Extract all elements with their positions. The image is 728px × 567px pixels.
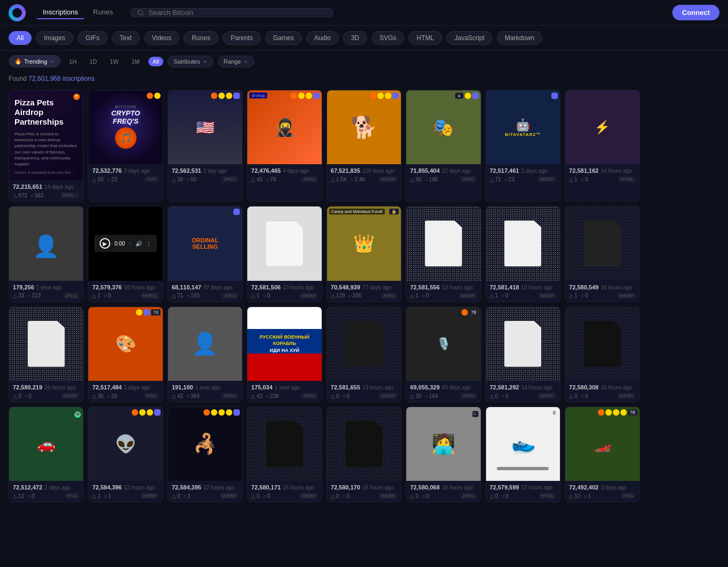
card-20[interactable]: 🎨 78 72,517,4842 days ago △ 35 ○ 28 PNG xyxy=(88,307,163,402)
card-15[interactable]: 72,581,55613 hours ago △ 1 ○ 0 WEBP xyxy=(406,206,481,302)
card-17[interactable]: 72,580,54916 hours ago △ 1 ○ 0 WEBP xyxy=(565,206,640,302)
card-time: 16 hours ago xyxy=(283,485,314,491)
card-6[interactable]: 🎭 ▲ 71,855,40422 days ago △ 90 ○ 186 JPE… xyxy=(406,90,481,202)
card-id: 72,579,599 xyxy=(490,484,519,491)
card-31[interactable]: 72,580,17116 hours ago △ 0 ○ 0 WEBP xyxy=(247,407,322,502)
card-8[interactable]: ⚡ 72,581,16214 hours ago △ 1 ○ 0 HTML xyxy=(565,90,640,202)
card-23[interactable]: 72,581,65513 hours ago △ 0 ○ 0 WEBP xyxy=(327,307,401,402)
filter-text[interactable]: Text xyxy=(112,31,140,45)
card-34[interactable]: 0 👟 72,579,59917 hours ago △ 0 ○ 0 HTML xyxy=(486,407,560,502)
card-3[interactable]: 🇺🇸 72,562,5311 day ago △ 38 ○ 56 JPEG xyxy=(168,90,242,202)
nav-tab-runes[interactable]: Runes xyxy=(87,6,120,19)
card-time: 16 hours ago xyxy=(601,385,632,390)
period-all[interactable]: All xyxy=(148,57,163,66)
card-30[interactable]: 🦂 72,584,39512 hours ago △ 0 ○ 1 WEBP xyxy=(168,407,242,502)
card-id: 72,512,472 xyxy=(13,484,42,491)
range-dropdown[interactable]: Range xyxy=(218,56,254,67)
card-4[interactable]: 🥷 @dApp 72,476,4654 days ago △ 45 ○ 76 J… xyxy=(247,90,322,202)
card-id: 72,581,506 xyxy=(251,284,280,290)
card-26[interactable]: 72,580,30816 hours ago △ 0 ○ 0 WEBP xyxy=(565,307,640,402)
card-time: 2 days ago xyxy=(124,168,150,174)
card-pizza-pets[interactable]: 🏆 Pizza Pets Airdrop Partnerships Pizza … xyxy=(9,90,84,202)
search-bar[interactable] xyxy=(130,8,333,17)
search-icon xyxy=(137,9,144,17)
search-input[interactable] xyxy=(148,9,327,17)
card-id: 72,517,484 xyxy=(92,384,122,390)
card-35[interactable]: 🏎️ 78 72,492,4023 days ago △ 10 ○ 1 PNG xyxy=(565,407,640,502)
filter-runes[interactable]: Runes xyxy=(184,31,218,45)
filter-gifs[interactable]: GIFs xyxy=(78,31,108,45)
card-10[interactable]: 👤 179,2561 year ago △ 33 ○ 223 JPEG xyxy=(9,206,84,302)
card-12[interactable]: ORDINALSELLING 68,110,14797 days ago △ 7… xyxy=(168,206,242,302)
card-time: 1 day ago xyxy=(203,168,227,174)
svg-point-0 xyxy=(138,10,143,15)
inscription-count: 72,601,968 xyxy=(28,75,60,82)
card-32[interactable]: 72,580,17016 hours ago △ 0 ○ 0 WEBP xyxy=(327,407,401,502)
card-id: 72,215,651 xyxy=(13,183,42,190)
card-time: 14 days ago xyxy=(44,184,74,190)
card-time: 13 hours ago xyxy=(521,285,552,290)
card-video[interactable]: ▶ 0:00 🔊 ⋮ 72,579,37618 hours ago △ 1 ○ … xyxy=(88,206,163,302)
card-time: 14 hours ago xyxy=(521,385,552,390)
card-id: 72,517,461 xyxy=(490,167,519,174)
card-id: 69,055,329 xyxy=(410,384,439,390)
card-id: 191,100 xyxy=(172,384,193,390)
chevron-down-icon xyxy=(243,59,248,64)
period-1m[interactable]: 1M xyxy=(127,57,144,66)
filter-all[interactable]: All xyxy=(9,31,32,45)
filter-parents[interactable]: Parents xyxy=(223,31,261,45)
card-crypto-freqs[interactable]: BITCOIN CRYPTOFREQ'S 🎵 72,532,7762 days … xyxy=(88,90,163,202)
card-time: 2 days ago xyxy=(124,385,150,390)
nav-tab-inscriptions[interactable]: Inscriptions xyxy=(36,6,85,19)
inscription-label: inscriptions xyxy=(63,75,95,82)
card-29[interactable]: 👽 72,584,39612 hours ago △ 1 ○ 1 WEBP xyxy=(88,407,163,502)
card-id: 72,492,402 xyxy=(569,484,598,491)
filter-javascript[interactable]: JavaScript xyxy=(446,31,492,45)
inscription-grid: 🏆 Pizza Pets Airdrop Partnerships Pizza … xyxy=(0,86,728,507)
connect-button[interactable]: Connect xyxy=(672,5,719,20)
trending-bar: 🔥 Trending 1H 1D 1W 1M All Satributes Ra… xyxy=(0,51,728,72)
card-13[interactable]: 72,581,50613 hours ago △ 1 ○ 0 WEBP xyxy=(247,206,322,302)
pizza-more: Here's a detailed look into the... xyxy=(14,170,78,175)
card-time: 2 days ago xyxy=(521,168,548,174)
card-24[interactable]: 🎙️ 78 69,055,32993 days ago △ 35 ○ 164 J… xyxy=(406,307,481,402)
filter-3d[interactable]: 3D xyxy=(343,31,367,45)
found-row: Found 72,601,968 inscriptions xyxy=(0,72,728,86)
period-1h[interactable]: 1H xyxy=(65,57,81,66)
card-33[interactable]: 🧑‍💻 □ 72,580,06816 hours ago △ 0 ○ 0 JPE… xyxy=(406,407,481,502)
card-5[interactable]: 🐕 67,521,835100 days ago △ 1.5K ○ 2.4K W… xyxy=(327,90,401,202)
trending-dropdown[interactable]: 🔥 Trending xyxy=(9,55,60,67)
card-time: 77 days ago xyxy=(362,285,392,290)
card-time: 2 days ago xyxy=(44,485,71,491)
card-21[interactable]: 👤 191,1001 year ago △ 42 ○ 369 JPEG xyxy=(168,307,242,402)
card-22[interactable]: РУССКИЙ ВОЕННЫЙКОРАБЛЬ ИДИ НА ХУЙ 175,03… xyxy=(247,307,322,402)
filter-audio[interactable]: Audio xyxy=(306,31,339,45)
logo-icon[interactable] xyxy=(9,4,26,21)
filter-videos[interactable]: Videos xyxy=(144,31,179,45)
filter-markdown[interactable]: Markdown xyxy=(497,31,542,45)
card-time: 18 hours ago xyxy=(124,285,155,290)
card-time: 3 days ago xyxy=(601,485,627,491)
filter-games[interactable]: Games xyxy=(265,31,302,45)
period-1w[interactable]: 1W xyxy=(105,57,123,66)
card-25[interactable]: 72,581,29214 hours ago △ 0 ○ 0 WEBP xyxy=(486,307,560,402)
filter-images[interactable]: Images xyxy=(36,31,73,45)
card-16[interactable]: 72,581,41813 hours ago △ 1 ○ 0 WEBP xyxy=(486,206,560,302)
card-14[interactable]: 👑 Casey and Mandaus Fund! 🔒 70,548,93977… xyxy=(327,206,401,302)
card-time: 14 hours ago xyxy=(601,168,632,174)
filter-html[interactable]: HTML xyxy=(408,31,442,45)
card-id: 72,581,162 xyxy=(569,167,598,174)
filter-svgs[interactable]: SVGs xyxy=(371,31,404,45)
satributes-dropdown[interactable]: Satributes xyxy=(168,56,214,67)
nav-tabs: Inscriptions Runes xyxy=(36,6,119,19)
card-19[interactable]: 72,580,21916 hours ago △ 0 ○ 0 WEBP xyxy=(9,307,84,402)
card-id: 72,580,171 xyxy=(251,484,280,491)
card-id: 175,034 xyxy=(251,384,272,390)
navbar: Inscriptions Runes Connect xyxy=(0,0,728,26)
period-1d[interactable]: 1D xyxy=(85,57,101,66)
card-id: 72,581,655 xyxy=(331,384,360,390)
card-28[interactable]: 🚗 🦋 72,512,4722 days ago △ 12 ○ 0 PNG xyxy=(9,407,84,502)
card-id: 72,581,292 xyxy=(490,384,519,390)
card-id: 72,562,531 xyxy=(172,167,201,174)
card-7[interactable]: 🤖 BITAVATARZ™ 72,517,4612 days ago △ 71 … xyxy=(486,90,560,202)
